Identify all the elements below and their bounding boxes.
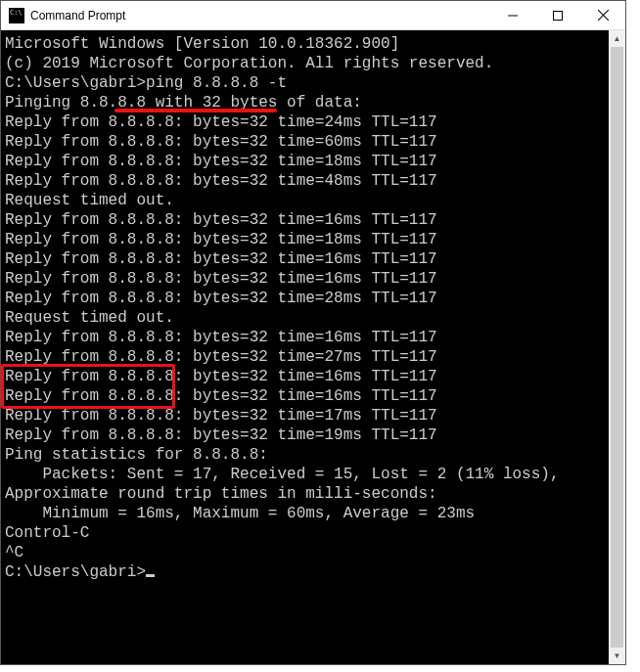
- version-line: Microsoft Windows [Version 10.0.18362.90…: [5, 34, 621, 54]
- scroll-up-arrow-icon[interactable]: ▲: [609, 30, 625, 47]
- prompt-path: C:\Users\gabri>: [5, 563, 146, 581]
- titlebar[interactable]: Command Prompt: [1, 1, 625, 30]
- reply-line: Reply from 8.8.8.8: bytes=32 time=17ms T…: [5, 406, 621, 426]
- close-button[interactable]: [580, 1, 625, 30]
- reply-line: Reply from 8.8.8.8: bytes=32 time=48ms T…: [5, 171, 621, 191]
- cmd-icon: [9, 8, 24, 23]
- copyright-line: (c) 2019 Microsoft Corporation. All righ…: [5, 54, 621, 73]
- reply-line: Reply from 8.8.8.8: bytes=32 time=16ms T…: [5, 328, 621, 347]
- maximize-icon: [553, 11, 563, 21]
- timeout-line: Request timed out.: [5, 308, 621, 328]
- scroll-down-arrow-icon[interactable]: ▼: [609, 648, 625, 664]
- cursor: [146, 574, 155, 577]
- reply-line: Reply from 8.8.8.8: bytes=32 time=24ms T…: [5, 112, 621, 132]
- prompt-command-line: C:\Users\gabri>ping 8.8.8.8 -t: [5, 73, 621, 93]
- caret-c-line: ^C: [5, 543, 621, 562]
- maximize-button[interactable]: [535, 1, 580, 30]
- stats-header: Ping statistics for 8.8.8.8:: [5, 445, 621, 465]
- stats-rtt: Minimum = 16ms, Maximum = 60ms, Average …: [5, 504, 621, 523]
- reply-line: Reply from 8.8.8.8: bytes=32 time=19ms T…: [5, 426, 621, 445]
- close-icon: [598, 10, 609, 21]
- reply-line: Reply from 8.8.8.8: bytes=32 time=16ms T…: [5, 249, 621, 269]
- prompt-path: C:\Users\gabri>: [5, 74, 146, 92]
- terminal-output[interactable]: Microsoft Windows [Version 10.0.18362.90…: [1, 30, 625, 664]
- cmd-window: Command Prompt Microsoft Windows [Versio…: [0, 0, 626, 665]
- vertical-scrollbar[interactable]: ▲ ▼: [609, 30, 625, 664]
- scrollbar-thumb[interactable]: [611, 47, 623, 648]
- reply-line: Reply from 8.8.8.8: bytes=32 time=18ms T…: [5, 152, 621, 171]
- reply-line: Reply from 8.8.8.8: bytes=32 time=18ms T…: [5, 230, 621, 249]
- control-c-line: Control-C: [5, 523, 621, 543]
- stats-packets: Packets: Sent = 17, Received = 15, Lost …: [5, 465, 621, 484]
- prompt-command: ping 8.8.8.8 -t: [146, 74, 287, 92]
- window-title: Command Prompt: [30, 9, 490, 22]
- annotation-underline: [114, 109, 277, 112]
- timeout-line: Request timed out.: [5, 191, 621, 210]
- reply-line: Reply from 8.8.8.8: bytes=32 time=60ms T…: [5, 132, 621, 152]
- annotation-box: [1, 364, 175, 409]
- reply-line: Reply from 8.8.8.8: bytes=32 time=16ms T…: [5, 269, 621, 289]
- minimize-icon: [508, 11, 518, 21]
- svg-rect-1: [554, 11, 563, 20]
- minimize-button[interactable]: [490, 1, 535, 30]
- reply-line: Reply from 8.8.8.8: bytes=32 time=28ms T…: [5, 289, 621, 308]
- stats-approx: Approximate round trip times in milli-se…: [5, 484, 621, 504]
- prompt-line: C:\Users\gabri>: [5, 562, 621, 582]
- pinging-line: Pinging 8.8.8.8 with 32 bytes of data:: [5, 93, 621, 112]
- reply-line: Reply from 8.8.8.8: bytes=32 time=16ms T…: [5, 210, 621, 230]
